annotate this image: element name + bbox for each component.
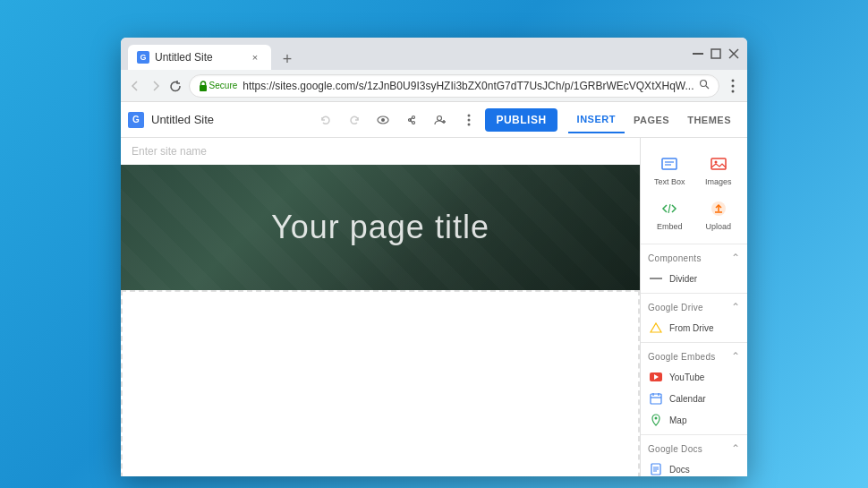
url-search-icon[interactable] bbox=[699, 79, 710, 92]
url-text: https://sites.google.com/s/1zJnB0U9I3syH… bbox=[243, 80, 694, 92]
google-docs-expand-icon[interactable]: ⌃ bbox=[731, 442, 740, 455]
preview-button[interactable] bbox=[370, 107, 396, 133]
google-embeds-expand-icon[interactable]: ⌃ bbox=[731, 350, 740, 363]
svg-point-5 bbox=[701, 81, 707, 87]
insert-images[interactable]: Images bbox=[695, 149, 743, 192]
more-options-button[interactable] bbox=[456, 107, 481, 133]
sites-toolbar: Untitled Site PUBLISH INSERT PAGES THEME… bbox=[121, 102, 747, 138]
svg-point-19 bbox=[468, 118, 471, 121]
sites-editor-title[interactable]: Untitled Site bbox=[151, 113, 310, 126]
tab-close-button[interactable]: × bbox=[248, 50, 262, 64]
google-embeds-section-header: Google Embeds ⌃ bbox=[641, 347, 747, 366]
panel-divider-1 bbox=[641, 244, 747, 244]
divider-icon bbox=[650, 272, 662, 285]
active-tab[interactable]: Untitled Site × bbox=[128, 45, 271, 70]
divider-item[interactable]: Divider bbox=[641, 268, 747, 289]
site-name-placeholder: Enter site name bbox=[132, 145, 207, 158]
right-tabs: INSERT PAGES THEMES bbox=[568, 107, 740, 133]
map-label: Map bbox=[669, 415, 686, 425]
insert-panel: Text Box Images Embed bbox=[640, 138, 747, 476]
tab-themes[interactable]: THEMES bbox=[678, 107, 740, 133]
forward-button[interactable] bbox=[149, 75, 164, 97]
page-content-area[interactable] bbox=[121, 290, 640, 476]
calendar-item[interactable]: Calendar bbox=[641, 388, 747, 409]
upload-label: Upload bbox=[705, 222, 731, 231]
svg-point-11 bbox=[381, 118, 385, 122]
minimize-button[interactable] bbox=[692, 47, 704, 60]
google-drive-expand-icon[interactable]: ⌃ bbox=[731, 301, 740, 313]
site-name-bar[interactable]: Enter site name bbox=[121, 138, 640, 165]
browser-menu-button[interactable] bbox=[725, 75, 740, 97]
youtube-item[interactable]: YouTube bbox=[641, 366, 747, 388]
refresh-button[interactable] bbox=[168, 75, 183, 97]
text-box-label: Text Box bbox=[654, 177, 685, 186]
editor-area: Enter site name Your page title Text Box bbox=[121, 138, 747, 476]
calendar-label: Calendar bbox=[669, 394, 706, 404]
add-person-button[interactable] bbox=[428, 107, 453, 133]
text-box-icon bbox=[660, 154, 679, 174]
svg-point-18 bbox=[468, 114, 471, 116]
maximize-button[interactable] bbox=[710, 47, 722, 60]
canvas-area[interactable]: Enter site name Your page title bbox=[121, 138, 640, 476]
google-drive-label: Google Drive bbox=[648, 303, 703, 312]
svg-rect-21 bbox=[662, 158, 677, 169]
back-button[interactable] bbox=[128, 75, 143, 97]
components-section-header: Components ⌃ bbox=[641, 248, 747, 268]
images-label: Images bbox=[705, 177, 732, 186]
google-docs-section-header: Google Docs ⌃ bbox=[641, 439, 747, 458]
images-icon bbox=[709, 154, 728, 174]
svg-point-13 bbox=[413, 121, 415, 124]
address-bar: Secure https://sites.google.com/s/1zJnB0… bbox=[121, 70, 747, 102]
page-header-banner[interactable]: Your page title bbox=[121, 165, 640, 290]
secure-indicator: Secure bbox=[199, 81, 238, 91]
svg-rect-1 bbox=[711, 49, 720, 58]
insert-upload[interactable]: Upload bbox=[695, 193, 743, 236]
map-item[interactable]: Map bbox=[641, 409, 747, 431]
title-bar: Untitled Site × + bbox=[121, 38, 747, 70]
youtube-icon bbox=[650, 371, 662, 383]
tab-area: Untitled Site × + bbox=[128, 38, 692, 70]
calendar-icon bbox=[650, 392, 662, 405]
svg-point-25 bbox=[714, 161, 717, 164]
svg-rect-4 bbox=[200, 85, 207, 91]
svg-point-15 bbox=[438, 116, 442, 120]
map-icon bbox=[650, 414, 662, 426]
redo-button[interactable] bbox=[342, 107, 367, 133]
from-drive-label: From Drive bbox=[669, 323, 713, 333]
svg-point-9 bbox=[731, 90, 734, 92]
docs-item[interactable]: Docs bbox=[641, 458, 747, 476]
tab-pages[interactable]: PAGES bbox=[625, 107, 678, 133]
upload-icon bbox=[709, 199, 728, 218]
new-tab-button[interactable]: + bbox=[275, 48, 300, 70]
undo-button[interactable] bbox=[313, 107, 338, 133]
secure-label: Secure bbox=[209, 81, 238, 90]
google-drive-section-header: Google Drive ⌃ bbox=[641, 297, 747, 317]
embed-icon bbox=[660, 199, 679, 218]
svg-point-12 bbox=[413, 116, 415, 118]
share-link-button[interactable] bbox=[399, 107, 424, 133]
svg-rect-24 bbox=[711, 158, 726, 169]
page-title[interactable]: Your page title bbox=[271, 209, 489, 246]
sites-logo-icon bbox=[128, 112, 144, 128]
chrome-window: Untitled Site × + bbox=[121, 38, 747, 476]
window-controls bbox=[692, 47, 740, 60]
svg-marker-31 bbox=[651, 323, 661, 332]
panel-divider-2 bbox=[641, 293, 747, 294]
svg-rect-34 bbox=[651, 394, 661, 404]
panel-divider-4 bbox=[641, 434, 747, 435]
docs-icon bbox=[650, 463, 662, 475]
close-button[interactable] bbox=[728, 47, 740, 60]
url-bar[interactable]: Secure https://sites.google.com/s/1zJnB0… bbox=[189, 74, 720, 98]
svg-line-6 bbox=[706, 86, 709, 89]
from-drive-item[interactable]: From Drive bbox=[641, 317, 747, 338]
svg-point-8 bbox=[731, 84, 734, 87]
components-expand-icon[interactable]: ⌃ bbox=[731, 252, 740, 264]
tab-insert[interactable]: INSERT bbox=[568, 107, 625, 133]
panel-divider-3 bbox=[641, 342, 747, 343]
publish-button[interactable]: PUBLISH bbox=[485, 108, 557, 132]
insert-embed[interactable]: Embed bbox=[646, 193, 694, 236]
components-label: Components bbox=[648, 253, 702, 263]
google-docs-label: Google Docs bbox=[648, 444, 702, 454]
svg-line-26 bbox=[668, 204, 670, 213]
insert-text-box[interactable]: Text Box bbox=[646, 149, 694, 192]
